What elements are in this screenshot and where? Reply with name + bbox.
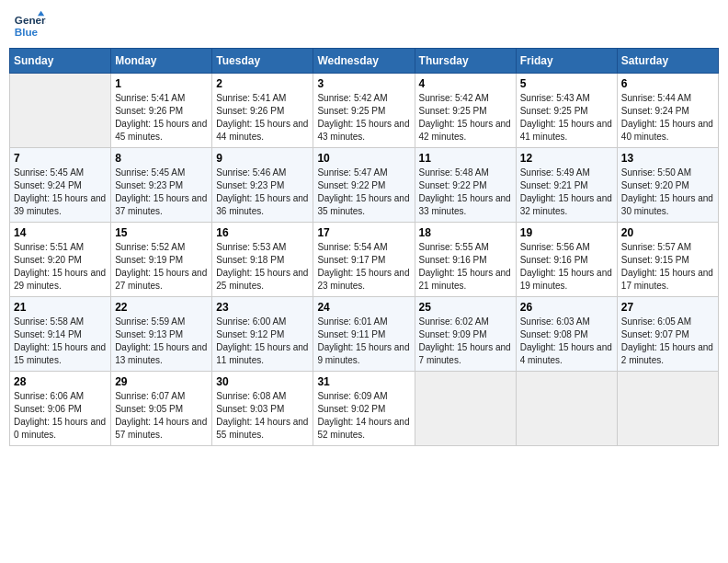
day-info: Sunrise: 6:03 AMSunset: 9:08 PMDaylight:…: [520, 316, 613, 367]
calendar-cell: 29Sunrise: 6:07 AMSunset: 9:05 PMDayligh…: [111, 372, 212, 446]
calendar-cell: 4Sunrise: 5:42 AMSunset: 9:25 PMDaylight…: [415, 74, 516, 148]
calendar-cell: 30Sunrise: 6:08 AMSunset: 9:03 PMDayligh…: [212, 372, 313, 446]
calendar-cell: 27Sunrise: 6:05 AMSunset: 9:07 PMDayligh…: [617, 297, 718, 372]
day-number: 28: [14, 375, 107, 388]
calendar-cell: 31Sunrise: 6:09 AMSunset: 9:02 PMDayligh…: [313, 372, 415, 446]
calendar-cell: 25Sunrise: 6:02 AMSunset: 9:09 PMDayligh…: [415, 297, 516, 372]
day-number: 21: [14, 301, 107, 314]
day-info: Sunrise: 6:08 AMSunset: 9:03 PMDaylight:…: [216, 390, 309, 442]
day-info: Sunrise: 6:02 AMSunset: 9:09 PMDaylight:…: [419, 316, 512, 367]
day-number: 30: [216, 375, 309, 388]
day-info: Sunrise: 5:42 AMSunset: 9:25 PMDaylight:…: [317, 92, 410, 144]
day-number: 17: [317, 226, 410, 239]
day-info: Sunrise: 5:42 AMSunset: 9:25 PMDaylight:…: [419, 92, 512, 144]
day-number: 13: [621, 152, 714, 165]
day-number: 8: [115, 152, 208, 165]
calendar-cell: [617, 372, 718, 446]
calendar-week-row: 1Sunrise: 5:41 AMSunset: 9:26 PMDaylight…: [10, 74, 719, 148]
day-info: Sunrise: 5:45 AMSunset: 9:23 PMDaylight:…: [115, 167, 208, 218]
calendar-cell: [10, 74, 111, 148]
day-info: Sunrise: 5:59 AMSunset: 9:13 PMDaylight:…: [115, 316, 208, 367]
day-info: Sunrise: 5:41 AMSunset: 9:26 PMDaylight:…: [216, 92, 309, 144]
calendar-header: SundayMondayTuesdayWednesdayThursdayFrid…: [10, 49, 719, 74]
day-number: 14: [14, 226, 107, 239]
day-number: 20: [621, 226, 714, 239]
logo: General Blue: [13, 9, 46, 42]
day-info: Sunrise: 6:00 AMSunset: 9:12 PMDaylight:…: [216, 316, 309, 367]
page-header: General Blue: [9, 9, 719, 42]
calendar-body: 1Sunrise: 5:41 AMSunset: 9:26 PMDaylight…: [10, 74, 719, 446]
day-number: 15: [115, 226, 208, 239]
calendar-week-row: 14Sunrise: 5:51 AMSunset: 9:20 PMDayligh…: [10, 223, 719, 297]
day-number: 1: [115, 77, 208, 90]
calendar-cell: 14Sunrise: 5:51 AMSunset: 9:20 PMDayligh…: [10, 223, 111, 297]
day-info: Sunrise: 5:51 AMSunset: 9:20 PMDaylight:…: [14, 241, 107, 293]
calendar-week-row: 28Sunrise: 6:06 AMSunset: 9:06 PMDayligh…: [10, 372, 719, 446]
calendar-cell: [415, 372, 516, 446]
weekday-header-row: SundayMondayTuesdayWednesdayThursdayFrid…: [10, 49, 719, 74]
calendar-cell: 7Sunrise: 5:45 AMSunset: 9:24 PMDaylight…: [10, 148, 111, 223]
calendar-cell: 24Sunrise: 6:01 AMSunset: 9:11 PMDayligh…: [313, 297, 415, 372]
day-info: Sunrise: 5:47 AMSunset: 9:22 PMDaylight:…: [317, 167, 410, 218]
calendar-cell: 10Sunrise: 5:47 AMSunset: 9:22 PMDayligh…: [313, 148, 415, 223]
weekday-header-thursday: Thursday: [415, 49, 516, 74]
day-number: 22: [115, 301, 208, 314]
weekday-header-monday: Monday: [111, 49, 212, 74]
day-info: Sunrise: 5:49 AMSunset: 9:21 PMDaylight:…: [520, 167, 613, 218]
calendar-cell: 19Sunrise: 5:56 AMSunset: 9:16 PMDayligh…: [516, 223, 617, 297]
day-info: Sunrise: 5:56 AMSunset: 9:16 PMDaylight:…: [520, 241, 613, 293]
day-number: 19: [520, 226, 613, 239]
day-number: 27: [621, 301, 714, 314]
weekday-header-wednesday: Wednesday: [313, 49, 415, 74]
day-number: 3: [317, 77, 410, 90]
day-info: Sunrise: 6:09 AMSunset: 9:02 PMDaylight:…: [317, 390, 410, 442]
day-info: Sunrise: 5:48 AMSunset: 9:22 PMDaylight:…: [419, 167, 512, 218]
day-info: Sunrise: 5:52 AMSunset: 9:19 PMDaylight:…: [115, 241, 208, 293]
day-info: Sunrise: 5:45 AMSunset: 9:24 PMDaylight:…: [14, 167, 107, 218]
day-number: 4: [419, 77, 512, 90]
day-number: 26: [520, 301, 613, 314]
day-info: Sunrise: 5:57 AMSunset: 9:15 PMDaylight:…: [621, 241, 714, 293]
calendar-cell: 16Sunrise: 5:53 AMSunset: 9:18 PMDayligh…: [212, 223, 313, 297]
day-info: Sunrise: 5:58 AMSunset: 9:14 PMDaylight:…: [14, 316, 107, 367]
day-info: Sunrise: 5:44 AMSunset: 9:24 PMDaylight:…: [621, 92, 714, 144]
day-number: 9: [216, 152, 309, 165]
calendar-cell: 8Sunrise: 5:45 AMSunset: 9:23 PMDaylight…: [111, 148, 212, 223]
calendar-cell: 15Sunrise: 5:52 AMSunset: 9:19 PMDayligh…: [111, 223, 212, 297]
calendar-cell: 13Sunrise: 5:50 AMSunset: 9:20 PMDayligh…: [617, 148, 718, 223]
calendar-cell: 11Sunrise: 5:48 AMSunset: 9:22 PMDayligh…: [415, 148, 516, 223]
day-info: Sunrise: 5:53 AMSunset: 9:18 PMDaylight:…: [216, 241, 309, 293]
calendar-cell: 6Sunrise: 5:44 AMSunset: 9:24 PMDaylight…: [617, 74, 718, 148]
calendar-cell: 9Sunrise: 5:46 AMSunset: 9:23 PMDaylight…: [212, 148, 313, 223]
calendar-week-row: 21Sunrise: 5:58 AMSunset: 9:14 PMDayligh…: [10, 297, 719, 372]
day-number: 2: [216, 77, 309, 90]
day-info: Sunrise: 6:06 AMSunset: 9:06 PMDaylight:…: [14, 390, 107, 442]
day-number: 11: [419, 152, 512, 165]
calendar-cell: 26Sunrise: 6:03 AMSunset: 9:08 PMDayligh…: [516, 297, 617, 372]
calendar-cell: 5Sunrise: 5:43 AMSunset: 9:25 PMDaylight…: [516, 74, 617, 148]
calendar-cell: 17Sunrise: 5:54 AMSunset: 9:17 PMDayligh…: [313, 223, 415, 297]
calendar-cell: 22Sunrise: 5:59 AMSunset: 9:13 PMDayligh…: [111, 297, 212, 372]
day-number: 23: [216, 301, 309, 314]
calendar-cell: 28Sunrise: 6:06 AMSunset: 9:06 PMDayligh…: [10, 372, 111, 446]
day-number: 31: [317, 375, 410, 388]
calendar-cell: 3Sunrise: 5:42 AMSunset: 9:25 PMDaylight…: [313, 74, 415, 148]
calendar-cell: 1Sunrise: 5:41 AMSunset: 9:26 PMDaylight…: [111, 74, 212, 148]
calendar-table: SundayMondayTuesdayWednesdayThursdayFrid…: [9, 48, 719, 446]
calendar-week-row: 7Sunrise: 5:45 AMSunset: 9:24 PMDaylight…: [10, 148, 719, 223]
day-number: 6: [621, 77, 714, 90]
calendar-cell: 23Sunrise: 6:00 AMSunset: 9:12 PMDayligh…: [212, 297, 313, 372]
calendar-cell: 21Sunrise: 5:58 AMSunset: 9:14 PMDayligh…: [10, 297, 111, 372]
weekday-header-sunday: Sunday: [10, 49, 111, 74]
day-number: 29: [115, 375, 208, 388]
day-number: 18: [419, 226, 512, 239]
calendar-cell: 20Sunrise: 5:57 AMSunset: 9:15 PMDayligh…: [617, 223, 718, 297]
day-number: 10: [317, 152, 410, 165]
weekday-header-tuesday: Tuesday: [212, 49, 313, 74]
svg-text:Blue: Blue: [15, 26, 39, 38]
day-number: 5: [520, 77, 613, 90]
weekday-header-saturday: Saturday: [617, 49, 718, 74]
calendar-cell: 2Sunrise: 5:41 AMSunset: 9:26 PMDaylight…: [212, 74, 313, 148]
day-info: Sunrise: 5:43 AMSunset: 9:25 PMDaylight:…: [520, 92, 613, 144]
day-info: Sunrise: 5:46 AMSunset: 9:23 PMDaylight:…: [216, 167, 309, 218]
